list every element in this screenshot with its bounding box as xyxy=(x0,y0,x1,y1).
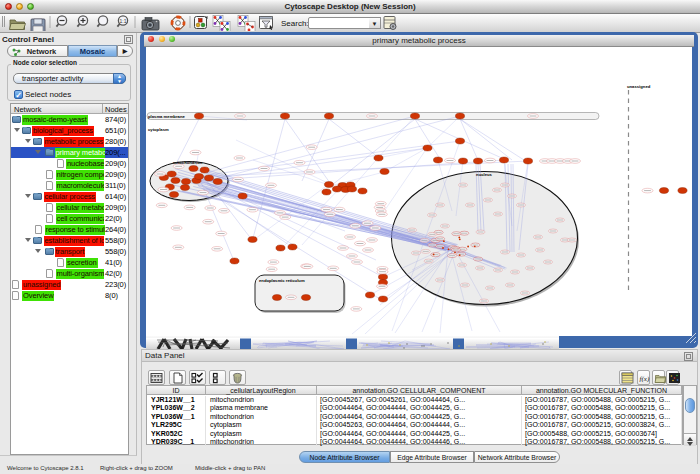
svg-text:cytoplasm: cytoplasm xyxy=(148,127,169,132)
svg-text:endoplasmic reticulum: endoplasmic reticulum xyxy=(259,278,305,283)
svg-text:1:1: 1:1 xyxy=(120,18,127,24)
svg-text:plasma membrane: plasma membrane xyxy=(148,114,185,119)
svg-text:nucleus: nucleus xyxy=(476,172,492,177)
svg-text:mitochondrion: mitochondrion xyxy=(173,160,203,165)
svg-text:unassigned: unassigned xyxy=(627,84,651,89)
svg-text:f(x): f(x) xyxy=(640,375,650,383)
